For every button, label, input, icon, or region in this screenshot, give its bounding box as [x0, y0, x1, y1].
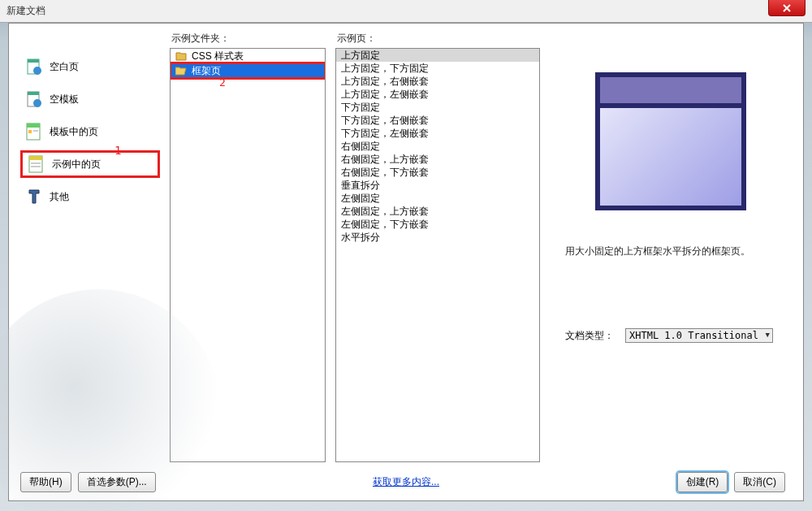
sidebar-item-blank-template[interactable]: 空模板 [20, 85, 160, 113]
preview-column: 用大小固定的上方框架水平拆分的框架页。 文档类型： XHTML 1.0 Tran… [550, 32, 792, 462]
titlebar: 新建文档 [0, 0, 812, 23]
svg-rect-4 [28, 92, 39, 95]
page-row-label: 上方固定，左侧嵌套 [341, 88, 429, 102]
page-row[interactable]: 右侧固定，上方嵌套 [336, 153, 539, 166]
page-row[interactable]: 左侧固定，上方嵌套 [336, 205, 539, 218]
page-column-label: 示例页： [335, 32, 540, 48]
svg-rect-7 [27, 123, 40, 128]
sidebar-item-label: 空白页 [50, 60, 79, 74]
preview-top-frame [600, 77, 741, 108]
doctype-value: XHTML 1.0 Transitional [629, 330, 758, 341]
preferences-button[interactable]: 首选参数(P)... [78, 472, 156, 492]
get-more-link[interactable]: 获取更多内容... [373, 476, 439, 487]
right-button-group: 创建(R) 取消(C) [677, 472, 792, 492]
more-link-wrap: 获取更多内容... [373, 475, 439, 489]
page-row-label: 右侧固定 [341, 140, 380, 154]
sidebar: 空白页 空模板 模板中的页 示例中的页 [20, 32, 160, 462]
page-row-label: 上方固定，右侧嵌套 [341, 75, 429, 89]
sidebar-item-label: 示例中的页 [52, 158, 101, 171]
sidebar-item-other[interactable]: 其他 [20, 183, 160, 210]
blank-template-icon [25, 90, 43, 108]
preview-bottom-frame [600, 108, 741, 206]
doctype-select[interactable]: XHTML 1.0 Transitional [625, 328, 773, 343]
page-row-label: 左侧固定，上方嵌套 [341, 205, 429, 219]
page-list[interactable]: 上方固定 上方固定，下方固定 上方固定，右侧嵌套 上方固定，左侧嵌套 下方固定 … [335, 48, 540, 462]
doctype-row: 文档类型： XHTML 1.0 Transitional [565, 328, 776, 343]
svg-rect-9 [33, 130, 38, 132]
folder-list[interactable]: CSS 样式表 框架页 2 [170, 48, 326, 462]
page-row-label: 右侧固定，上方嵌套 [341, 153, 429, 167]
page-row-label: 下方固定，右侧嵌套 [341, 114, 429, 128]
create-button[interactable]: 创建(R) [677, 472, 728, 492]
template-page-icon [25, 123, 43, 141]
page-row[interactable]: 上方固定，右侧嵌套 [336, 75, 539, 88]
sidebar-item-label: 其他 [50, 190, 69, 204]
other-icon [25, 188, 43, 206]
sample-page-icon [28, 155, 45, 173]
svg-rect-13 [31, 166, 41, 167]
sidebar-item-page-from-template[interactable]: 模板中的页 [20, 118, 160, 145]
folder-column: 示例文件夹： CSS 样式表 框架页 2 [170, 32, 326, 462]
svg-rect-8 [28, 130, 32, 133]
window-title: 新建文档 [6, 4, 45, 18]
page-row-label: 上方固定 [341, 49, 380, 63]
sidebar-item-page-from-sample[interactable]: 示例中的页 [20, 150, 160, 178]
annotation-1: 1 [114, 144, 121, 157]
page-row-label: 水平拆分 [341, 231, 380, 245]
svg-rect-11 [29, 156, 42, 160]
main-area: 空白页 空模板 模板中的页 示例中的页 [20, 32, 792, 462]
page-row[interactable]: 下方固定 [336, 101, 539, 114]
bottom-bar: 帮助(H) 首选参数(P)... 获取更多内容... 创建(R) 取消(C) [20, 471, 792, 492]
dialog-body: 空白页 空模板 模板中的页 示例中的页 [8, 23, 804, 501]
folder-row-css[interactable]: CSS 样式表 [171, 49, 325, 63]
preview-thumbnail [595, 72, 746, 210]
close-icon [782, 4, 792, 12]
svg-rect-12 [31, 162, 41, 164]
page-row-label: 左侧固定，下方嵌套 [341, 218, 429, 232]
page-row[interactable]: 下方固定，右侧嵌套 [336, 114, 539, 127]
page-row[interactable]: 左侧固定，下方嵌套 [336, 218, 539, 231]
sidebar-item-label: 空模板 [50, 93, 79, 106]
page-row-label: 下方固定，左侧嵌套 [341, 127, 429, 141]
folder-row-label: CSS 样式表 [192, 50, 244, 63]
folder-row-label: 框架页 [192, 64, 221, 78]
annotation-2: 2 [219, 76, 226, 89]
blank-page-icon [25, 58, 43, 76]
page-row[interactable]: 上方固定，左侧嵌套 [336, 88, 539, 101]
svg-point-5 [33, 99, 41, 107]
cancel-button[interactable]: 取消(C) [734, 472, 785, 492]
svg-rect-1 [28, 59, 39, 63]
page-row[interactable]: 上方固定 [336, 49, 539, 62]
page-row[interactable]: 左侧固定 [336, 192, 539, 205]
page-row[interactable]: 上方固定，下方固定 [336, 62, 539, 75]
page-row-label: 垂直拆分 [341, 179, 380, 193]
folder-open-icon [175, 66, 187, 76]
folder-icon [175, 51, 187, 61]
page-row-label: 下方固定 [341, 101, 380, 115]
page-row[interactable]: 右侧固定，下方嵌套 [336, 166, 539, 179]
page-row[interactable]: 垂直拆分 [336, 179, 539, 192]
page-row-label: 上方固定，下方固定 [341, 62, 429, 76]
svg-point-2 [33, 67, 41, 75]
page-row[interactable]: 水平拆分 [336, 231, 539, 244]
preview-description: 用大小固定的上方框架水平拆分的框架页。 [565, 245, 776, 258]
close-button[interactable] [768, 0, 806, 16]
page-row[interactable]: 下方固定，左侧嵌套 [336, 127, 539, 140]
doctype-label: 文档类型： [565, 329, 614, 343]
page-row[interactable]: 右侧固定 [336, 140, 539, 153]
page-column: 示例页： 上方固定 上方固定，下方固定 上方固定，右侧嵌套 上方固定，左侧嵌套 … [335, 32, 540, 462]
page-row-label: 左侧固定 [341, 192, 380, 206]
page-row-label: 右侧固定，下方嵌套 [341, 166, 429, 180]
help-button[interactable]: 帮助(H) [20, 472, 71, 492]
folder-column-label: 示例文件夹： [170, 32, 326, 48]
sidebar-item-blank-page[interactable]: 空白页 [20, 53, 160, 80]
folder-row-frames[interactable]: 框架页 2 [171, 63, 325, 78]
sidebar-item-label: 模板中的页 [50, 125, 98, 139]
